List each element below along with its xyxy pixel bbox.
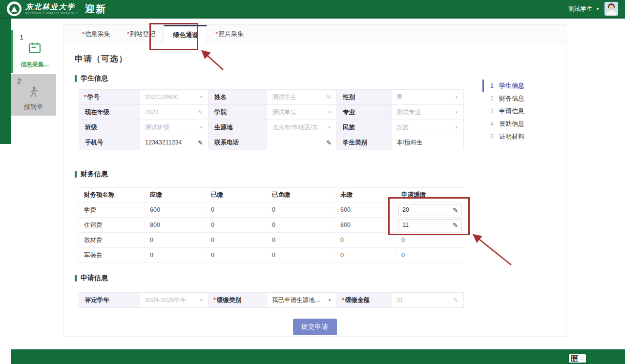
label-text: 性别 [343,93,355,101]
tab-arrival-register[interactable]: * 到站登记 [119,25,164,43]
finance-cell: 军装费 [79,248,145,263]
edit-pencil-icon: ✎ [326,94,332,101]
edit-pencil-icon[interactable]: ✎ [326,139,332,146]
university-name-block: 东北林业大学 NORTHEAST FORESTRY UNIVERSITY [25,3,78,14]
finance-cell: 0 [145,233,206,248]
step-number: 1 [20,33,23,41]
defer-type-select[interactable]: 我已申请生源地贷款▼ [267,293,337,308]
finance-table: 财务项名称 应缴 已缴 已免缴 未缴 申请缓缴 学费 600 0 0 600 2… [79,187,464,263]
nav-item-application-info[interactable]: 3 申请信息 [482,105,524,118]
anchor-nav: 1 学生信息 2 财务信息 3 申请信息 4 资助信息 5 证明材料 [482,80,524,143]
footer-bar: 拼 ∷ [11,349,625,364]
defer-amount-input[interactable]: 20 ✎ [398,204,462,216]
main-panel: * 信息采集 * 到站登记 绿色通道 * 照片采集 申请（可选） 学生信息 *学… [63,24,566,337]
label-text: 民族 [343,123,355,132]
step-sidebar: 1 信息采集... 2 报到单 [11,19,56,349]
nav-label: 资助信息 [499,120,524,128]
university-name: 东北林业大学 [25,3,78,11]
field-value: 31 [396,297,403,303]
contact-phone-field[interactable]: ✎ [267,135,337,150]
field-value: 2023 [145,109,159,116]
finance-cell: 0 [396,248,464,263]
label-text: 专业 [343,108,355,117]
nav-item-finance-info[interactable]: 2 财务信息 [482,92,524,105]
field-label: *缓缴金额 [337,293,392,308]
logo-emblem-icon [9,4,20,14]
ime-pinyin-badge: 拼 [571,355,578,362]
edit-pencil-icon: ✎ [198,109,203,116]
tab-photo-collect[interactable]: * 照片采集 [207,25,252,43]
gender-select: 男▼ [392,90,464,105]
nav-item-aid-info[interactable]: 4 资助信息 [482,118,524,130]
section-header-application-info: 申请信息 [75,274,566,283]
section-accent-bar [75,75,77,82]
finance-cell: 0 [267,233,335,248]
section-title: 财务信息 [81,170,108,179]
label-text: 学号 [87,93,100,101]
edit-pencil-icon: ✎ [453,297,458,304]
label-text: 学院 [214,108,227,117]
field-label: 手机号 [79,135,140,150]
label-text: 现在年级 [85,108,109,117]
edit-pencil-icon[interactable]: ✎ [453,222,458,229]
label-text: 姓名 [214,93,227,101]
sidebar-step-checkin-form[interactable]: 2 报到单 [11,74,56,116]
field-value: 男 [396,93,403,101]
field-label: *学号 [79,90,140,105]
edit-pencil-icon[interactable]: ✎ [198,139,203,146]
required-asterisk: * [84,94,86,101]
label-text: 联系电话 [214,139,239,147]
finance-cell: 0 [267,218,335,233]
input-value: 20 [402,206,409,213]
field-value: 测试专业 [396,108,421,117]
chevron-down-icon: ▼ [199,298,203,303]
avatar-face [609,5,614,10]
finance-col-header: 申请缓缴 [396,188,464,202]
finance-cell: 600 [335,202,396,218]
nav-item-proof-materials[interactable]: 5 证明材料 [482,130,524,143]
finance-cell: 学费 [79,202,145,218]
mobile-phone-field[interactable]: 12343211234✎ [140,135,208,150]
chevron-down-icon[interactable]: ▼ [596,7,600,11]
nav-number: 5 [490,133,495,140]
chevron-down-icon[interactable]: ▼ [328,298,332,303]
finance-cell: 0 [335,233,396,248]
finance-col-header: 应缴 [145,188,206,202]
section-accent-bar [75,275,77,282]
edit-pencil-icon[interactable]: ✎ [453,206,458,214]
field-value: 2021120600 [145,94,179,101]
ime-indicator[interactable]: 拼 ∷ [569,354,586,363]
submit-application-button[interactable]: 提交申请 [293,319,337,335]
tab-info-collect[interactable]: * 信息采集 [74,25,119,43]
field-label: 班级 [79,120,140,135]
finance-cell: 0 [206,248,267,263]
step-label: 信息采集... [13,61,56,69]
sidebar-step-info-collect[interactable]: 1 信息采集... [11,30,56,73]
chevron-down-icon: ▼ [455,95,458,100]
avatar[interactable] [604,2,618,16]
defer-amount-input[interactable]: 11 ✎ [398,219,462,231]
finance-cell: 600 [145,202,206,218]
chevron-down-icon: ▼ [328,110,332,115]
label-text: 缓缴金额 [345,296,370,304]
user-menu-label[interactable]: 测试学生 [568,5,593,13]
university-name-en: NORTHEAST FORESTRY UNIVERSITY [25,12,78,14]
class-select: 测试班级▼ [140,120,208,135]
field-label: *缓缴类别 [208,293,267,308]
nav-label: 证明材料 [499,132,524,141]
college-select: 测试单位▼ [267,105,337,120]
label-text: 生源地 [214,123,233,132]
label-text: 评定学年 [85,296,109,304]
required-asterisk: * [215,30,218,38]
finance-cell: 0 [206,202,267,218]
nav-item-student-info[interactable]: 1 学生信息 [482,80,524,92]
finance-col-header: 财务项名称 [79,188,145,202]
tab-label: 照片采集 [218,30,244,39]
tab-green-channel[interactable]: 绿色通道 [164,25,207,43]
assessment-year-select: 2024-2025学年▼ [140,293,208,308]
nav-label: 财务信息 [499,94,524,103]
chevron-down-icon: ▼ [455,110,458,115]
finance-cell: 住宿费 [79,218,145,233]
field-label: 学生类别 [337,135,392,150]
ime-tools-icon: ∷ [581,356,583,361]
